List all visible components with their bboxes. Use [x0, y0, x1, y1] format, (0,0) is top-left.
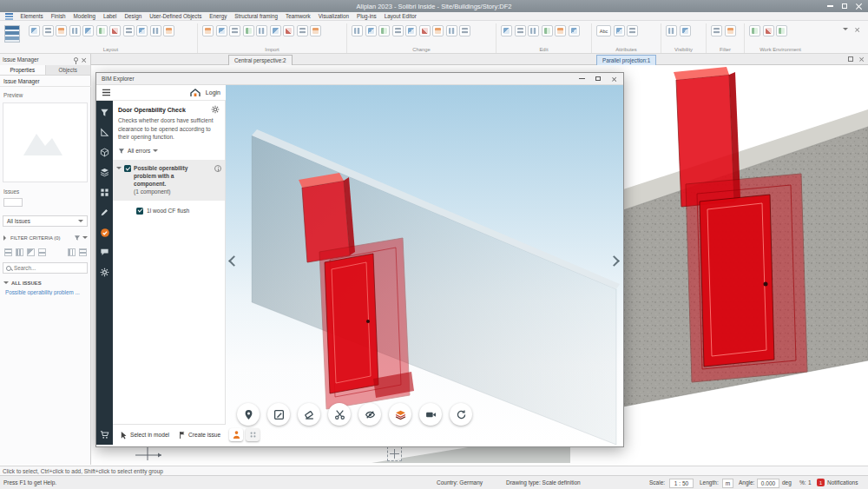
component-row[interactable]: 1l wood CF flush [113, 201, 225, 215]
restore-viewport-icon[interactable] [848, 56, 853, 62]
all-issues-dropdown[interactable]: All Issues [3, 215, 88, 227]
hide-button[interactable] [358, 403, 381, 426]
viewport-move-handle[interactable] [387, 446, 402, 461]
tab-objects[interactable]: Objects [46, 65, 92, 75]
length-value[interactable]: m [722, 479, 733, 488]
ribbon-tool-icon[interactable] [69, 25, 81, 36]
drawing-type-status[interactable]: Drawing type: Scale definition [506, 479, 581, 486]
ribbon-tool-icon[interactable] [392, 25, 404, 36]
ribbon-tool-icon[interactable] [82, 25, 94, 36]
ribbon-tool-icon[interactable] [216, 25, 227, 36]
errors-filter-dropdown[interactable]: All errors [113, 142, 225, 158]
ribbon-tool-icon[interactable] [150, 25, 161, 36]
checking-icon-active[interactable] [99, 227, 110, 238]
ribbon-tool-icon[interactable] [109, 25, 121, 36]
bim-window-chrome[interactable]: BIM Explorer [96, 73, 623, 85]
allplan-app-icon[interactable] [5, 13, 13, 20]
pin-icon[interactable] [74, 57, 78, 62]
list-view-icon[interactable] [4, 248, 12, 256]
funnel-icon[interactable] [74, 235, 81, 241]
angle-value[interactable]: 0.000 [757, 479, 779, 488]
layers-icon[interactable] [99, 167, 110, 178]
preview-section-label[interactable]: Preview [0, 89, 91, 100]
maximize-icon[interactable] [842, 3, 847, 9]
menu-item-energy[interactable]: Energy [206, 13, 231, 19]
issue-manager-dock-caption[interactable]: Issue Manager [0, 54, 91, 65]
ribbon-tool-icon[interactable] [56, 25, 67, 36]
bim-3d-viewport[interactable] [226, 85, 623, 445]
ribbon-tool-icon[interactable] [725, 25, 736, 36]
ribbon-tool-icon[interactable] [555, 25, 566, 36]
ribbon-close-icon[interactable] [855, 27, 860, 32]
filter-criteria-row[interactable]: FILTER CRITERIA (0) [0, 233, 91, 243]
ribbon-tool-icon[interactable] [627, 25, 638, 36]
notifications-label[interactable]: Notifications [827, 479, 858, 486]
settings-gear-icon[interactable] [99, 267, 110, 278]
menu-item-finish[interactable]: Finish [47, 13, 69, 19]
issue-checkbox-checked[interactable] [124, 165, 131, 172]
ribbon-tool-icon[interactable] [123, 25, 135, 36]
cart-icon[interactable] [99, 429, 110, 440]
ribbon-tool-icon[interactable] [515, 25, 526, 36]
palette-icon[interactable] [4, 25, 20, 43]
component-checkbox-checked[interactable] [136, 208, 143, 215]
ribbon-tool-icon[interactable] [283, 25, 294, 36]
ribbon-tool-icon[interactable] [528, 25, 539, 36]
ribbon-tool-icon[interactable] [136, 25, 148, 36]
section-button[interactable] [328, 403, 351, 426]
ribbon-tool-icon[interactable] [310, 25, 321, 36]
ribbon-tool-icon[interactable] [270, 25, 281, 36]
ribbon-tool-icon[interactable] [711, 25, 722, 36]
info-icon[interactable] [214, 165, 221, 172]
ribbon-tool-icon[interactable] [749, 25, 760, 36]
issue-search[interactable] [3, 262, 88, 274]
issues-section-label[interactable]: Issues [0, 186, 91, 196]
filter-icon[interactable] [99, 107, 110, 118]
reset-view-button[interactable] [450, 403, 472, 426]
tab-parallel-projection[interactable]: Parallel projection:1 [596, 55, 656, 65]
country-status[interactable]: Country: Germany [437, 479, 483, 486]
ribbon-tool-icon[interactable] [378, 25, 390, 36]
hamburger-menu-icon[interactable] [102, 89, 111, 96]
camera-button[interactable] [419, 403, 442, 426]
solibri-home-icon[interactable] [189, 88, 201, 98]
ribbon-tool-icon[interactable] [776, 25, 787, 36]
ribbon-tool-icon[interactable] [29, 25, 40, 36]
percent-value[interactable]: 1 [808, 479, 812, 486]
menu-item-user-defined-objects[interactable]: User-Defined Objects [146, 13, 206, 19]
ribbon-tool-icon[interactable] [432, 25, 444, 36]
ribbon-tool-icon[interactable] [569, 25, 580, 36]
select-in-model-button[interactable]: Select in model [121, 431, 169, 439]
search-input[interactable] [14, 265, 76, 271]
menu-item-design[interactable]: Design [121, 13, 146, 19]
eraser-button[interactable] [298, 403, 320, 426]
minimize-icon[interactable] [579, 78, 585, 79]
close-viewport-icon[interactable] [859, 56, 865, 62]
grid-icon[interactable] [99, 187, 110, 198]
components-icon[interactable] [99, 147, 110, 158]
menu-item-plugins[interactable]: Plug-ins [352, 13, 380, 19]
ribbon-tool-icon[interactable] [459, 25, 470, 36]
ribbon-tool-icon[interactable] [501, 25, 512, 36]
ribbon-tool-icon[interactable] [96, 25, 108, 36]
ribbon-tool-icon[interactable] [405, 25, 417, 36]
menu-item-elements[interactable]: Elements [16, 13, 47, 19]
ribbon-tool-icon[interactable] [43, 25, 54, 36]
markup-button[interactable] [267, 403, 290, 426]
menu-item-visualization[interactable]: Visualization [314, 13, 352, 19]
ribbon-tool-icon[interactable] [446, 25, 457, 36]
login-button[interactable]: Login [206, 89, 220, 96]
scale-value[interactable]: 1 : 50 [669, 479, 694, 488]
ribbon-tool-icon[interactable] [256, 25, 267, 36]
group-by-icon[interactable] [38, 248, 46, 256]
ribbon-tool-icon[interactable] [297, 25, 308, 36]
minimize-icon[interactable] [827, 5, 833, 6]
menu-item-structural-framing[interactable]: Structural framing [231, 13, 282, 19]
more-options-icon[interactable] [79, 248, 87, 256]
menu-item-label[interactable]: Label [100, 13, 121, 19]
red-door-leaf[interactable] [700, 195, 774, 367]
ribbon-tool-icon[interactable] [243, 25, 254, 36]
markup-pencil-icon[interactable] [99, 207, 110, 218]
close-icon[interactable] [856, 3, 863, 10]
ribbon-tool-icon[interactable] [614, 25, 625, 36]
